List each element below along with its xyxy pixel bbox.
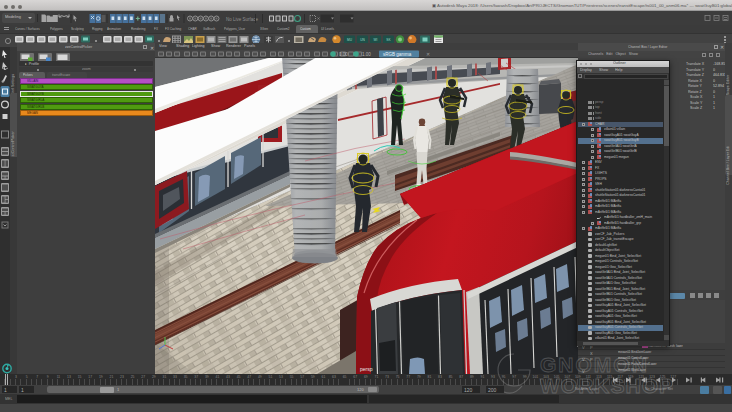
svg-text:91: 91 — [481, 375, 485, 379]
svg-text:57: 57 — [300, 375, 304, 379]
svg-text:81: 81 — [428, 375, 432, 379]
svg-text:109: 109 — [575, 375, 581, 379]
svg-text:33: 33 — [173, 375, 177, 379]
svg-text:111: 111 — [586, 375, 591, 379]
svg-text:15: 15 — [78, 375, 82, 379]
svg-text:95: 95 — [502, 375, 506, 379]
svg-text:3: 3 — [15, 375, 17, 379]
svg-text:43: 43 — [226, 375, 230, 379]
svg-text:113: 113 — [596, 375, 602, 379]
svg-text:19: 19 — [99, 375, 103, 379]
svg-text:0.00: 0.00 — [339, 52, 348, 57]
svg-text:79: 79 — [417, 375, 421, 379]
svg-text:45: 45 — [237, 375, 241, 379]
svg-text:93: 93 — [491, 375, 495, 379]
svg-text:53: 53 — [279, 375, 283, 379]
svg-text:71: 71 — [375, 375, 379, 379]
svg-text:37: 37 — [194, 375, 198, 379]
svg-text:87: 87 — [459, 375, 463, 379]
svg-text:39: 39 — [205, 375, 209, 379]
svg-text:31: 31 — [163, 375, 167, 379]
svg-text:69: 69 — [364, 375, 368, 379]
svg-text:25: 25 — [131, 375, 135, 379]
svg-text:49: 49 — [258, 375, 262, 379]
svg-text:89: 89 — [470, 375, 474, 379]
svg-text:27: 27 — [141, 375, 145, 379]
svg-text:✕: ✕ — [426, 51, 430, 57]
svg-text:23: 23 — [120, 375, 124, 379]
svg-text:sRGB gamma: sRGB gamma — [383, 52, 412, 57]
svg-text:99: 99 — [523, 375, 527, 379]
svg-text:1.00: 1.00 — [362, 52, 371, 57]
svg-text:13: 13 — [67, 375, 71, 379]
svg-text:17: 17 — [88, 375, 92, 379]
svg-text:UN: UN — [360, 38, 365, 42]
svg-text:65: 65 — [343, 375, 347, 379]
svg-text:83: 83 — [438, 375, 442, 379]
svg-text:107: 107 — [564, 375, 570, 379]
svg-text:75: 75 — [396, 375, 400, 379]
svg-text:MU: MU — [347, 38, 353, 42]
svg-text:No Live Surface: No Live Surface — [226, 17, 259, 22]
svg-text:105: 105 — [554, 375, 560, 379]
svg-text:5: 5 — [26, 375, 28, 379]
svg-text:103: 103 — [543, 375, 549, 379]
svg-text:47: 47 — [247, 375, 251, 379]
svg-text:WI: WI — [374, 38, 378, 42]
svg-text:29: 29 — [152, 375, 156, 379]
svg-text:63: 63 — [332, 375, 336, 379]
svg-text:73: 73 — [385, 375, 389, 379]
svg-text:61: 61 — [322, 375, 326, 379]
svg-text:9: 9 — [47, 375, 49, 379]
svg-text:21: 21 — [110, 375, 114, 379]
svg-text:41: 41 — [216, 375, 220, 379]
svg-text:11: 11 — [57, 375, 61, 379]
svg-text:7: 7 — [36, 375, 38, 379]
svg-text:77: 77 — [406, 375, 410, 379]
svg-text:51: 51 — [269, 375, 273, 379]
svg-text:59: 59 — [311, 375, 315, 379]
svg-text:85: 85 — [449, 375, 453, 379]
svg-text:67: 67 — [353, 375, 357, 379]
svg-text:55: 55 — [290, 375, 294, 379]
svg-text:101: 101 — [533, 375, 539, 379]
svg-text:persp: persp — [360, 366, 373, 372]
svg-text:97: 97 — [512, 375, 516, 379]
svg-text:35: 35 — [184, 375, 188, 379]
